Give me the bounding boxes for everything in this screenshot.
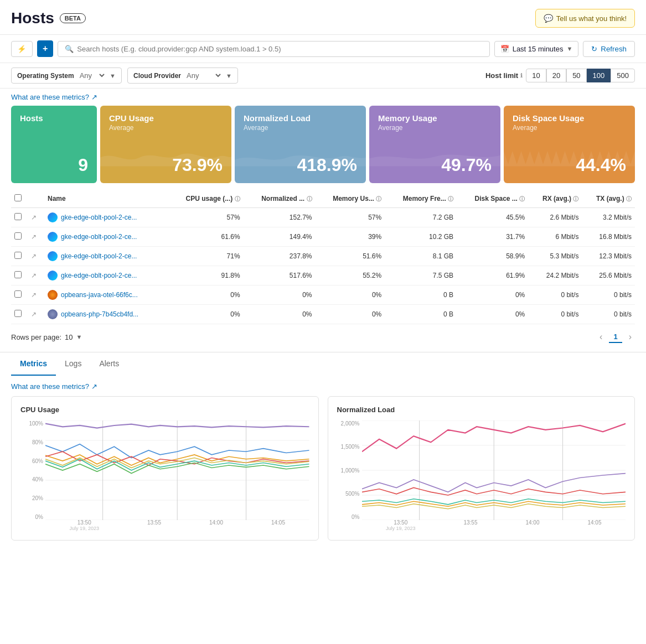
os-chevron-icon: ▼: [110, 72, 116, 79]
host-limit-section: Host limit ℹ 10 20 50 100 500: [485, 69, 635, 82]
memory-card: Memory Usage Average 49.7%: [369, 106, 500, 183]
rows-per-page-value: 10: [65, 333, 73, 341]
os-filter[interactable]: Operating System Any ▼: [11, 67, 122, 84]
expand-icon-0[interactable]: ↗: [31, 214, 37, 221]
host-icon-3: [48, 271, 58, 281]
expand-icon-5[interactable]: ↗: [31, 310, 37, 318]
host-link-1[interactable]: gke-edge-oblt-pool-2-ce...: [48, 232, 163, 242]
metrics-link-section: What are these metrics? ↗: [0, 89, 646, 106]
mem-used-cell-0: 57%: [316, 208, 385, 227]
host-icon-1: [48, 232, 58, 242]
cpu-y-axis: 100% 80% 60% 40% 20% 0%: [20, 420, 45, 520]
charts-what-are-metrics-link[interactable]: What are these metrics? ↗: [11, 382, 635, 391]
row-checkbox-0[interactable]: [14, 213, 22, 220]
filter-button[interactable]: ⚡: [11, 41, 33, 57]
limit-20-button[interactable]: 20: [546, 69, 566, 82]
time-range-picker[interactable]: 📅 Last 15 minutes ▼: [494, 41, 579, 57]
host-link-0[interactable]: gke-edge-oblt-pool-2-ce...: [48, 212, 163, 222]
calendar-icon: 📅: [500, 45, 509, 53]
table-row: ↗ gke-edge-oblt-pool-2-ce... 71% 237.8% …: [11, 247, 635, 266]
disk-card: Disk Space Usage Average 44.4%: [504, 106, 635, 183]
host-name-0: gke-edge-oblt-pool-2-ce...: [61, 214, 137, 221]
prev-page-button[interactable]: ‹: [596, 331, 606, 343]
row-checkbox-1[interactable]: [14, 232, 22, 240]
cpu-cell-4: 0%: [167, 285, 243, 305]
host-link-5[interactable]: opbeans-php-7b45cb4fd...: [48, 309, 163, 319]
limit-50-button[interactable]: 50: [566, 69, 586, 82]
cloud-filter[interactable]: Cloud Provider Any ▼: [127, 67, 238, 84]
rx-cell-5: 0 bit/s: [528, 305, 582, 324]
chevron-down-icon: ▼: [566, 45, 572, 52]
tx-cell-2: 12.3 Mbit/s: [582, 247, 635, 266]
refresh-button[interactable]: ↻ Refresh: [583, 41, 635, 57]
hosts-card-title: Hosts: [20, 113, 88, 123]
disk-cell-0: 45.5%: [457, 208, 528, 227]
tab-metrics[interactable]: Metrics: [11, 352, 56, 376]
tab-logs[interactable]: Logs: [56, 352, 90, 376]
charts-external-link-icon: ↗: [91, 382, 97, 391]
host-name-5: opbeans-php-7b45cb4fd...: [61, 310, 138, 318]
what-are-metrics-link[interactable]: What are these metrics? ↗: [11, 93, 635, 101]
hosts-table: Name CPU usage (...) ⓘ Normalized ... ⓘ …: [11, 190, 635, 324]
cpu-chart-inner: [45, 420, 309, 520]
cpu-card: CPU Usage Average 73.9%: [100, 106, 231, 183]
charts-metrics-link-section: What are these metrics? ↗: [11, 382, 635, 396]
charts-section: What are these metrics? ↗ CPU Usage 100%…: [0, 376, 646, 547]
host-link-3[interactable]: gke-edge-oblt-pool-2-ce...: [48, 271, 163, 281]
cpu-chart-area: 100% 80% 60% 40% 20% 0%: [20, 420, 309, 531]
mem-free-cell-0: 7.2 GB: [385, 208, 457, 227]
expand-icon-2[interactable]: ↗: [31, 252, 37, 260]
host-link-2[interactable]: gke-edge-oblt-pool-2-ce...: [48, 251, 163, 261]
expand-icon-1[interactable]: ↗: [31, 233, 37, 241]
limit-500-button[interactable]: 500: [611, 69, 635, 82]
cpu-x-axis: 13:50 July 19, 2023 13:55 14:00 14:05: [45, 520, 309, 531]
norm-cell-1: 149.4%: [244, 227, 316, 247]
mem-info-icon: ⓘ: [376, 196, 381, 202]
cpu-cell-2: 71%: [167, 247, 243, 266]
row-checkbox-2[interactable]: [14, 252, 22, 259]
tx-cell-4: 0 bit/s: [582, 285, 635, 305]
norm-cell-3: 517.6%: [244, 266, 316, 285]
search-box: 🔍: [58, 41, 489, 57]
feedback-button[interactable]: 💬 Tell us what you think!: [535, 9, 635, 28]
disk-cell-1: 31.7%: [457, 227, 528, 247]
col-norm: Normalized ... ⓘ: [244, 190, 316, 208]
mem-free-cell-5: 0 B: [385, 305, 457, 324]
limit-10-button[interactable]: 10: [526, 69, 546, 82]
hosts-card: Hosts 9: [11, 106, 97, 183]
add-filter-button[interactable]: +: [37, 40, 53, 57]
host-link-4[interactable]: opbeans-java-otel-66f6c...: [48, 290, 163, 300]
col-mem-used: Memory Us... ⓘ: [316, 190, 385, 208]
tab-alerts[interactable]: Alerts: [90, 352, 128, 376]
tx-cell-0: 3.2 Mbit/s: [582, 208, 635, 227]
current-page: 1: [609, 331, 622, 343]
expand-icon-4[interactable]: ↗: [31, 291, 37, 299]
limit-100-button[interactable]: 100: [587, 69, 611, 82]
norm-cell-2: 237.8%: [244, 247, 316, 266]
search-input[interactable]: [77, 45, 482, 53]
rows-per-page-label: Rows per page:: [11, 333, 61, 341]
cpu-cell-5: 0%: [167, 305, 243, 324]
hosts-card-value: 9: [78, 155, 88, 175]
rx-cell-2: 5.3 Mbit/s: [528, 247, 582, 266]
mem-free-cell-1: 10.2 GB: [385, 227, 457, 247]
row-checkbox-4[interactable]: [14, 290, 22, 298]
select-all-checkbox[interactable]: [14, 194, 22, 201]
mem-free-cell-3: 7.5 GB: [385, 266, 457, 285]
charts-grid: CPU Usage 100% 80% 60% 40% 20% 0%: [11, 396, 635, 541]
col-cpu: CPU usage (...) ⓘ: [167, 190, 243, 208]
next-page-button[interactable]: ›: [626, 331, 635, 343]
host-name-1: gke-edge-oblt-pool-2-ce...: [61, 233, 137, 241]
rx-cell-0: 2.6 Mbit/s: [528, 208, 582, 227]
memfree-info-icon: ⓘ: [448, 196, 453, 202]
table-row: ↗ opbeans-php-7b45cb4fd... 0% 0% 0% 0 B …: [11, 305, 635, 324]
row-checkbox-5[interactable]: [14, 310, 22, 317]
expand-icon-3[interactable]: ↗: [31, 272, 37, 279]
rows-per-page[interactable]: Rows per page: 10 ▼: [11, 333, 82, 341]
plus-icon: +: [43, 44, 48, 54]
cpu-chart-box: CPU Usage 100% 80% 60% 40% 20% 0%: [11, 396, 319, 541]
host-icon-0: [48, 212, 58, 222]
cloud-filter-select[interactable]: Any: [184, 71, 223, 80]
os-filter-select[interactable]: Any: [77, 71, 106, 80]
row-checkbox-3[interactable]: [14, 271, 22, 278]
